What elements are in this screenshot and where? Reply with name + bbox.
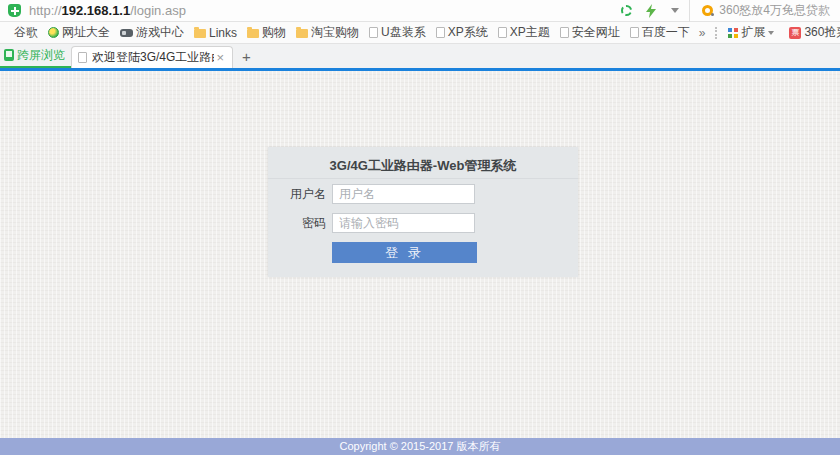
bookmark-label: 谷歌 (14, 24, 38, 41)
page-icon (436, 27, 445, 38)
tab-close-icon[interactable]: × (214, 50, 226, 65)
chevron-down-icon[interactable] (768, 31, 774, 35)
toolbar-label: 360抢票王 (804, 24, 840, 41)
extensions-button[interactable]: 扩展 (728, 24, 779, 41)
bookmarks-bar: 谷歌 网址大全 游戏中心 Links 购物 淘宝购物 U盘装系 XP系统 XP主… (0, 22, 840, 44)
url-prefix: http:// (29, 3, 62, 18)
bookmark-game-center[interactable]: 游戏中心 (120, 24, 184, 41)
site-safety-shield-icon[interactable] (8, 4, 21, 17)
copyright-footer: Copyright © 2015-2017 版本所有 (0, 438, 840, 455)
cross-screen-icon (4, 49, 14, 61)
site-directory-icon (48, 27, 59, 38)
extensions-grid-icon (728, 28, 738, 38)
toolbar-right-items: 扩展 票360抢票王 VIP看看 ¥网银 Aa翻译 (709, 24, 840, 41)
login-button[interactable]: 登 录 (332, 242, 477, 263)
bookmark-label: Links (209, 26, 237, 40)
new-tab-button[interactable]: + (233, 44, 260, 68)
search-engine-360-icon[interactable] (702, 5, 713, 16)
search-suggestion-text[interactable]: 360怒放4万免息贷款 (719, 2, 834, 19)
url-text[interactable]: http://192.168.1.1/login.asp (29, 3, 186, 18)
tab-favicon-page-icon (78, 52, 87, 63)
bookmark-xp-theme[interactable]: XP主题 (498, 24, 550, 41)
bookmark-label: 安全网址 (572, 24, 620, 41)
bookmark-label: U盘装系 (381, 24, 426, 41)
url-path: /login.asp (130, 3, 186, 18)
bookmark-folder-taobao[interactable]: 淘宝购物 (296, 24, 359, 41)
toolbar-label: 扩展 (741, 24, 765, 41)
router-login-page: 3G/4G工业路由器-Web管理系统 用户名 密码 登 录 Copyright … (0, 71, 840, 455)
page-icon (498, 27, 507, 38)
bookmark-label: 淘宝购物 (311, 24, 359, 41)
bookmark-usb-system[interactable]: U盘装系 (369, 24, 426, 41)
bookmark-label: XP系统 (448, 24, 488, 41)
bookmark-folder-shopping[interactable]: 购物 (247, 24, 286, 41)
bookmark-label: 购物 (262, 24, 286, 41)
username-input[interactable] (332, 184, 475, 204)
lightning-speed-icon[interactable] (645, 4, 657, 18)
password-input[interactable] (332, 213, 475, 233)
bookmark-folder-links[interactable]: Links (194, 26, 237, 40)
refresh-proxy-icon[interactable] (621, 5, 632, 16)
divider-dotted (715, 27, 717, 39)
tab-bar: 跨屏浏览 欢迎登陆3G/4G工业路由器 × + (0, 44, 840, 68)
chevron-down-icon[interactable] (671, 8, 679, 13)
page-icon (560, 27, 569, 38)
gamepad-icon (120, 29, 133, 37)
login-panel-title: 3G/4G工业路由器-Web管理系统 (268, 153, 578, 179)
divider (689, 0, 690, 22)
bookmark-baidu[interactable]: 百度一下 (630, 24, 690, 41)
bookmark-xp-system[interactable]: XP系统 (436, 24, 488, 41)
bookmark-site-directory[interactable]: 网址大全 (48, 24, 110, 41)
bookmark-label: XP主题 (510, 24, 550, 41)
bookmarks-overflow-button[interactable]: » (699, 26, 706, 40)
password-row: 密码 (268, 213, 578, 233)
url-host: 192.168.1.1 (62, 3, 131, 18)
browser-window: http://192.168.1.1/login.asp 360怒放4万免息贷款… (0, 0, 840, 472)
address-bar-actions: 360怒放4万免息贷款 (614, 0, 834, 21)
address-bar[interactable]: http://192.168.1.1/login.asp 360怒放4万免息贷款 (0, 0, 840, 22)
page-icon (369, 27, 378, 38)
bookmark-safe-sites[interactable]: 安全网址 (560, 24, 620, 41)
bookmark-google[interactable]: 谷歌 (11, 24, 38, 41)
username-label: 用户名 (268, 186, 326, 203)
username-row: 用户名 (268, 184, 578, 204)
login-panel: 3G/4G工业路由器-Web管理系统 用户名 密码 登 录 (268, 147, 578, 277)
bookmark-label: 游戏中心 (136, 24, 184, 41)
folder-icon (296, 29, 308, 38)
folder-icon (194, 29, 206, 38)
bookmark-label: 百度一下 (642, 24, 690, 41)
tab-active-router-login[interactable]: 欢迎登陆3G/4G工业路由器 × (71, 46, 233, 68)
page-icon (630, 27, 639, 38)
folder-icon (247, 29, 259, 38)
cross-screen-label: 跨屏浏览 (17, 47, 65, 64)
cross-screen-browse-button[interactable]: 跨屏浏览 (0, 44, 71, 68)
password-label: 密码 (268, 215, 326, 232)
ticket-grabber-button[interactable]: 票360抢票王 (789, 24, 840, 41)
ticket-icon: 票 (789, 27, 801, 39)
tab-title: 欢迎登陆3G/4G工业路由器 (92, 49, 214, 66)
bookmark-label: 网址大全 (62, 24, 110, 41)
